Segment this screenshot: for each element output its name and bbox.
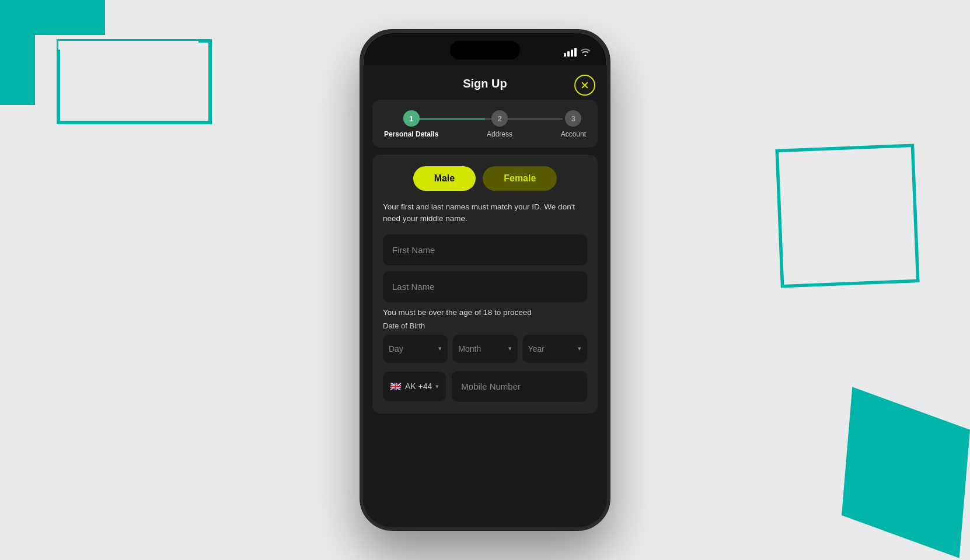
step-2-circle: 2 — [491, 110, 508, 127]
dob-month-label: Month — [458, 344, 481, 354]
svg-marker-4 — [788, 158, 906, 275]
country-flag: 🇬🇧 — [390, 381, 402, 392]
page-title: Sign Up — [463, 77, 507, 90]
phone-notch — [450, 41, 520, 60]
app-header: Sign Up — [363, 65, 607, 100]
country-code-label: AK +44 — [405, 382, 432, 391]
chevron-down-icon: ▾ — [438, 345, 442, 352]
id-warning-text: Your first and last names must match you… — [383, 201, 587, 225]
step-3[interactable]: 3 Account — [561, 110, 586, 138]
svg-marker-2 — [58, 41, 198, 117]
chevron-down-icon: ▾ — [508, 345, 512, 352]
last-name-input[interactable] — [383, 271, 587, 302]
dob-year-select[interactable]: Year ▾ — [522, 335, 587, 363]
dob-label: Date of Birth — [383, 321, 587, 330]
dob-day-select[interactable]: Day ▾ — [383, 335, 448, 363]
bg-decoration-br — [842, 385, 970, 560]
svg-marker-0 — [0, 0, 105, 105]
step-1-circle: 1 — [403, 110, 420, 127]
step-1[interactable]: 1 Personal Details — [384, 110, 438, 138]
phone-content: Sign Up 1 Personal Details 2 Address 3 A… — [363, 65, 607, 527]
female-button[interactable]: Female — [483, 166, 557, 191]
dob-day-label: Day — [389, 344, 403, 354]
bg-decoration-tr — [772, 140, 923, 292]
step-1-label: Personal Details — [384, 130, 438, 138]
signal-icon — [564, 48, 577, 57]
steps-row: 1 Personal Details 2 Address 3 Account — [384, 110, 586, 138]
svg-marker-5 — [842, 387, 970, 558]
male-button[interactable]: Male — [413, 166, 476, 191]
close-button[interactable] — [574, 75, 595, 96]
step-2[interactable]: 2 Address — [487, 110, 512, 138]
step-2-label: Address — [487, 130, 512, 138]
dob-row: Day ▾ Month ▾ Year ▾ — [383, 335, 587, 363]
form-container: Male Female Your first and last names mu… — [372, 155, 598, 414]
country-code-select[interactable]: 🇬🇧 AK +44 ▾ — [383, 372, 446, 401]
svg-marker-1 — [58, 41, 210, 123]
steps-container: 1 Personal Details 2 Address 3 Account — [372, 100, 598, 148]
wifi-icon — [580, 48, 591, 56]
phone-number-row: 🇬🇧 AK +44 ▾ — [383, 371, 587, 402]
gender-toggle: Male Female — [383, 166, 587, 191]
phone-mockup: Sign Up 1 Personal Details 2 Address 3 A… — [360, 29, 610, 531]
age-warning-text: You must be over the age of 18 to procee… — [383, 308, 587, 317]
chevron-down-icon: ▾ — [435, 383, 439, 390]
dob-month-select[interactable]: Month ▾ — [452, 335, 517, 363]
step-3-circle: 3 — [565, 110, 581, 127]
first-name-input[interactable] — [383, 235, 587, 265]
chevron-down-icon: ▾ — [578, 345, 581, 352]
step-3-label: Account — [561, 130, 586, 138]
bg-decoration-tl — [0, 0, 216, 169]
svg-marker-3 — [777, 145, 917, 286]
dob-year-label: Year — [528, 344, 545, 354]
mobile-number-input[interactable] — [452, 371, 587, 402]
status-icons — [564, 48, 591, 57]
